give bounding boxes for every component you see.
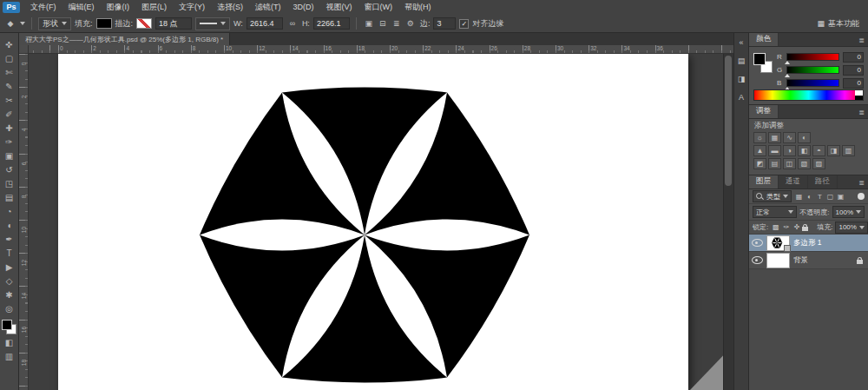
fill-color-swatch[interactable] bbox=[96, 18, 112, 29]
menu-item[interactable]: 视图(V) bbox=[320, 0, 358, 15]
adj-exposure-icon[interactable]: ◐ bbox=[798, 132, 811, 143]
tab-layers[interactable]: 图层 bbox=[749, 175, 779, 188]
foreground-color-swatch[interactable] bbox=[2, 320, 12, 330]
lock-image-icon[interactable]: ✑ bbox=[781, 222, 791, 232]
fill-select[interactable]: 100% bbox=[835, 221, 867, 234]
adj-levels-icon[interactable]: ▦ bbox=[768, 132, 781, 143]
panel-menu-icon[interactable]: ≣ bbox=[858, 35, 868, 46]
menu-item[interactable]: 帮助(H) bbox=[398, 0, 437, 15]
tab-paths[interactable]: 路径 bbox=[808, 175, 838, 188]
menu-item[interactable]: 文件(F) bbox=[24, 0, 62, 15]
menu-item[interactable]: 图层(L) bbox=[135, 0, 173, 15]
vertical-ruler[interactable]: 02468101214161820 bbox=[19, 54, 29, 390]
blend-mode-select[interactable]: 正常 bbox=[753, 206, 797, 218]
slider-thumb-icon[interactable] bbox=[785, 61, 790, 64]
hand-tool[interactable]: ✱ bbox=[3, 289, 16, 301]
adj-color-lookup-icon[interactable]: ▥ bbox=[842, 145, 855, 156]
adj-selective-color-icon[interactable]: ▨ bbox=[812, 158, 825, 169]
link-dimensions-icon[interactable]: ∞ bbox=[286, 18, 299, 30]
zoom-tool[interactable]: ◎ bbox=[3, 303, 16, 314]
filter-pixel-layers-icon[interactable]: ▦ bbox=[794, 192, 804, 202]
panel-menu-icon[interactable]: ≣ bbox=[858, 177, 868, 188]
slider-thumb-icon[interactable] bbox=[785, 74, 790, 77]
adj-brightness-contrast-icon[interactable]: ☼ bbox=[753, 132, 766, 143]
adj-gradient-map-icon[interactable]: ▧ bbox=[798, 158, 811, 169]
channel-value[interactable]: 0 bbox=[843, 52, 864, 63]
layer-visibility-eye-icon[interactable] bbox=[752, 239, 763, 247]
menu-item[interactable]: 图像(I) bbox=[101, 0, 136, 15]
lock-position-icon[interactable]: ✜ bbox=[792, 222, 801, 232]
adj-color-balance-icon[interactable]: ◑ bbox=[783, 145, 796, 156]
tab-color[interactable]: 颜色 bbox=[749, 33, 779, 46]
channel-value[interactable]: 0 bbox=[843, 65, 864, 76]
tool-mode-select[interactable]: 形状 bbox=[38, 17, 71, 30]
healing-brush-tool[interactable]: ✚ bbox=[3, 122, 16, 134]
lasso-tool[interactable]: ✄ bbox=[3, 67, 16, 78]
foreground-color-swatch[interactable] bbox=[753, 53, 766, 65]
lock-transparency-icon[interactable]: ▩ bbox=[771, 222, 780, 232]
character-panel-icon[interactable]: A bbox=[736, 92, 747, 102]
layer-filter-toggle[interactable] bbox=[858, 193, 865, 200]
adj-invert-icon[interactable]: ◩ bbox=[753, 158, 766, 169]
polygon-tool-preset-icon[interactable]: ◆ bbox=[4, 18, 16, 30]
polygon-shape-graphic[interactable] bbox=[58, 54, 688, 390]
layer-thumbnail[interactable] bbox=[766, 253, 790, 268]
foreground-background-swatches[interactable] bbox=[2, 320, 16, 334]
clone-stamp-tool[interactable]: ▣ bbox=[3, 150, 16, 162]
vertical-scrollbar-thumb[interactable] bbox=[725, 56, 732, 186]
type-tool[interactable]: T bbox=[3, 248, 16, 259]
channel-slider[interactable] bbox=[786, 66, 839, 74]
menu-item[interactable]: 文字(Y) bbox=[173, 0, 211, 15]
channel-value[interactable]: 0 bbox=[843, 78, 864, 89]
brush-tool[interactable]: ✑ bbox=[3, 136, 16, 148]
screen-mode-icon[interactable]: ▥ bbox=[3, 351, 16, 362]
crop-tool[interactable]: ✂ bbox=[3, 95, 16, 106]
vertical-scrollbar[interactable] bbox=[723, 54, 733, 390]
menu-item[interactable]: 编辑(E) bbox=[62, 0, 101, 15]
path-arrange-icon[interactable]: ≣ bbox=[391, 18, 403, 30]
layer-name[interactable]: 多边形 1 bbox=[793, 238, 822, 248]
pasteboard[interactable] bbox=[29, 54, 733, 390]
adj-hue-saturation-icon[interactable]: ▬ bbox=[768, 145, 781, 156]
filter-adjustment-layers-icon[interactable]: ◐ bbox=[805, 192, 814, 202]
layer-filter-type-select[interactable]: 类型 bbox=[753, 190, 792, 202]
panel-menu-icon[interactable]: ≣ bbox=[858, 107, 868, 118]
adj-curves-icon[interactable]: ∿ bbox=[783, 132, 796, 143]
filter-type-layers-icon[interactable]: T bbox=[815, 192, 825, 202]
tab-adjustments[interactable]: 调整 bbox=[749, 105, 779, 118]
pen-tool[interactable]: ✒ bbox=[3, 234, 16, 245]
color-spectrum-ramp[interactable] bbox=[753, 89, 864, 101]
filter-smart-objects-icon[interactable]: ▣ bbox=[836, 192, 845, 202]
gradient-tool[interactable]: ▤ bbox=[3, 192, 16, 203]
collapse-panels-icon[interactable]: « bbox=[736, 37, 747, 48]
menu-item[interactable]: 选择(S) bbox=[211, 0, 249, 15]
align-edges-checkbox[interactable]: ✓ bbox=[459, 19, 469, 29]
eraser-tool[interactable]: ◳ bbox=[3, 178, 16, 189]
quick-selection-tool[interactable]: ✎ bbox=[3, 81, 16, 92]
stroke-width-input[interactable]: 18 点 bbox=[155, 17, 192, 30]
dodge-tool[interactable]: ◖ bbox=[3, 220, 16, 231]
shape-height-input[interactable]: 2266.1 bbox=[313, 17, 350, 30]
layer-visibility-eye-icon[interactable] bbox=[752, 256, 763, 264]
path-operations-icon[interactable]: ▣ bbox=[363, 18, 375, 30]
horizontal-ruler[interactable]: 024681012141618202224262830323436 bbox=[29, 45, 733, 54]
tab-channels[interactable]: 通道 bbox=[779, 175, 808, 188]
marquee-tool[interactable]: ▢ bbox=[3, 53, 16, 64]
path-selection-tool[interactable]: ▶ bbox=[3, 261, 16, 273]
adj-posterize-icon[interactable]: ▤ bbox=[768, 158, 781, 169]
path-alignment-icon[interactable]: ⊟ bbox=[377, 18, 389, 30]
adj-photo-filter-icon[interactable]: ◓ bbox=[812, 145, 825, 156]
quick-mask-icon[interactable]: ◧ bbox=[3, 337, 16, 348]
history-panel-icon[interactable]: ▤ bbox=[736, 56, 747, 66]
adj-channel-mixer-icon[interactable]: ◨ bbox=[827, 145, 840, 156]
stroke-color-swatch[interactable] bbox=[136, 18, 152, 29]
menu-item[interactable]: 滤镜(T) bbox=[249, 0, 287, 15]
blur-tool[interactable]: ◔ bbox=[3, 206, 16, 217]
shape-tool[interactable]: ◇ bbox=[3, 275, 16, 287]
color-panel-swatches[interactable] bbox=[753, 53, 774, 76]
menu-item[interactable]: 3D(D) bbox=[287, 0, 320, 15]
adj-threshold-icon[interactable]: ◫ bbox=[783, 158, 796, 169]
canvas[interactable] bbox=[58, 54, 688, 390]
stroke-type-select[interactable] bbox=[195, 17, 230, 30]
lock-all-icon[interactable] bbox=[802, 227, 808, 231]
